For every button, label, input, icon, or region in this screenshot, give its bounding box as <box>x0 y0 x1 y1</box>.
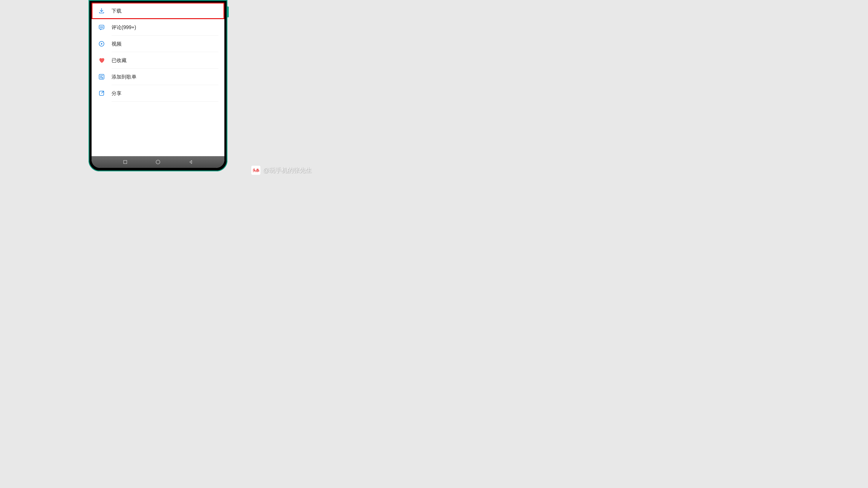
watermark: 头条 @玩手机的张先生 <box>251 166 312 175</box>
watermark-logo: 头条 <box>251 166 260 175</box>
menu-label: 分享 <box>112 90 122 97</box>
menu-item-download[interactable]: 下载 <box>92 3 224 19</box>
nav-recent-button[interactable] <box>121 158 129 166</box>
svg-point-1 <box>100 27 101 28</box>
menu-label: 评论(999+) <box>112 24 136 31</box>
watermark-text: @玩手机的张先生 <box>263 166 312 174</box>
menu-item-video[interactable]: 视频 <box>92 36 224 52</box>
menu-item-comments[interactable]: 评论(999+) <box>92 19 224 36</box>
svg-point-2 <box>101 27 102 28</box>
phone-side-button <box>227 6 229 18</box>
nav-back-button[interactable] <box>186 158 195 166</box>
menu-item-share[interactable]: 分享 <box>92 85 224 101</box>
menu-label: 下载 <box>112 8 122 14</box>
menu-item-favorited[interactable]: 已收藏 <box>92 52 224 69</box>
svg-point-3 <box>102 27 103 28</box>
download-icon <box>98 7 105 15</box>
menu-label: 视频 <box>112 40 122 47</box>
phone-mockup: 下载 <box>89 0 227 171</box>
svg-point-14 <box>156 160 160 164</box>
menu-item-add-to-playlist[interactable]: 添加到歌单 <box>92 69 224 85</box>
android-nav-bar <box>92 156 224 168</box>
menu-label: 已收藏 <box>112 57 126 64</box>
nav-home-button[interactable] <box>154 158 162 166</box>
comment-icon <box>98 24 105 31</box>
action-menu: 下载 <box>92 3 224 101</box>
playlist-add-icon <box>98 73 105 81</box>
phone-screen: 下载 <box>92 3 224 168</box>
svg-line-12 <box>101 91 104 93</box>
heart-icon <box>98 56 105 64</box>
svg-rect-13 <box>124 161 127 164</box>
share-icon <box>98 89 105 97</box>
video-icon <box>98 40 105 48</box>
menu-label: 添加到歌单 <box>112 73 136 80</box>
